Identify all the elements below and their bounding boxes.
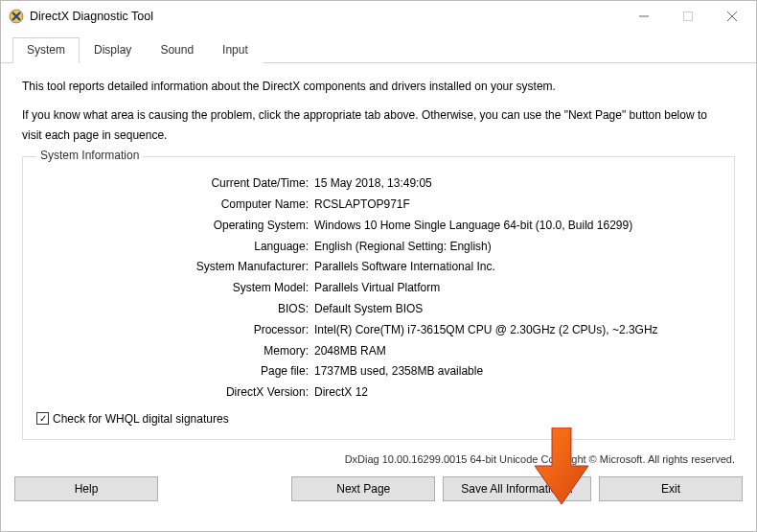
help-button[interactable]: Help	[14, 476, 158, 501]
exit-button[interactable]: Exit	[599, 476, 743, 501]
label-bios: BIOS:	[36, 300, 314, 319]
value-bios: Default System BIOS	[314, 300, 423, 319]
label-memory: Memory:	[36, 342, 314, 361]
label-model: System Model:	[36, 279, 314, 298]
sysinfo-legend: System Information	[36, 149, 143, 162]
intro-line-1: This tool reports detailed information a…	[22, 77, 735, 96]
close-icon	[727, 12, 737, 21]
titlebar: DirectX Diagnostic Tool	[1, 1, 756, 32]
button-bar: Help Next Page Save All Information... E…	[1, 473, 756, 513]
next-page-button[interactable]: Next Page	[291, 476, 435, 501]
footer-text: DxDiag 10.00.16299.0015 64-bit Unicode C…	[1, 448, 756, 473]
app-window: DirectX Diagnostic Tool System Display S…	[0, 0, 757, 532]
label-pagefile: Page file:	[36, 362, 314, 382]
label-datetime: Current Date/Time:	[36, 174, 314, 194]
value-manufacturer: Parallels Software International Inc.	[314, 258, 495, 277]
tab-system[interactable]: System	[12, 37, 80, 63]
value-processor: Intel(R) Core(TM) i7-3615QM CPU @ 2.30GH…	[314, 321, 658, 340]
tab-sound[interactable]: Sound	[146, 37, 208, 63]
tab-bar: System Display Sound Input	[1, 32, 756, 63]
intro-text: This tool reports detailed information a…	[22, 77, 735, 145]
info-table: Current Date/Time:15 May 2018, 13:49:05 …	[36, 174, 721, 403]
app-icon	[9, 9, 24, 24]
tab-display[interactable]: Display	[80, 37, 146, 63]
save-all-information-button[interactable]: Save All Information...	[443, 476, 591, 501]
minimize-icon	[639, 12, 649, 21]
label-dxver: DirectX Version:	[36, 383, 314, 403]
maximize-icon	[683, 12, 693, 21]
window-title: DirectX Diagnostic Tool	[30, 10, 153, 23]
label-processor: Processor:	[36, 321, 314, 340]
svg-rect-2	[684, 12, 693, 21]
label-manufacturer: System Manufacturer:	[36, 258, 314, 277]
tab-content: This tool reports detailed information a…	[1, 63, 756, 448]
tab-input[interactable]: Input	[208, 37, 263, 63]
value-computer: RCSLAPTOP971F	[314, 196, 410, 215]
whql-checkbox-label: Check for WHQL digital signatures	[53, 412, 229, 426]
value-model: Parallels Virtual Platform	[314, 279, 440, 298]
label-computer: Computer Name:	[36, 196, 314, 215]
value-memory: 2048MB RAM	[314, 342, 386, 361]
value-datetime: 15 May 2018, 13:49:05	[314, 174, 432, 194]
minimize-button[interactable]	[622, 2, 666, 31]
close-button[interactable]	[710, 2, 754, 31]
value-os: Windows 10 Home Single Language 64-bit (…	[314, 217, 632, 236]
checkbox-icon: ✓	[36, 412, 49, 425]
value-dxver: DirectX 12	[314, 383, 368, 403]
label-lang: Language:	[36, 238, 314, 257]
system-information-box: System Information Current Date/Time:15 …	[22, 156, 735, 440]
label-os: Operating System:	[36, 217, 314, 236]
value-pagefile: 1737MB used, 2358MB available	[314, 362, 483, 382]
intro-line-2: If you know what area is causing the pro…	[22, 105, 722, 145]
maximize-button[interactable]	[666, 2, 710, 31]
whql-checkbox-row[interactable]: ✓ Check for WHQL digital signatures	[36, 412, 721, 426]
value-lang: English (Regional Setting: English)	[314, 238, 492, 257]
